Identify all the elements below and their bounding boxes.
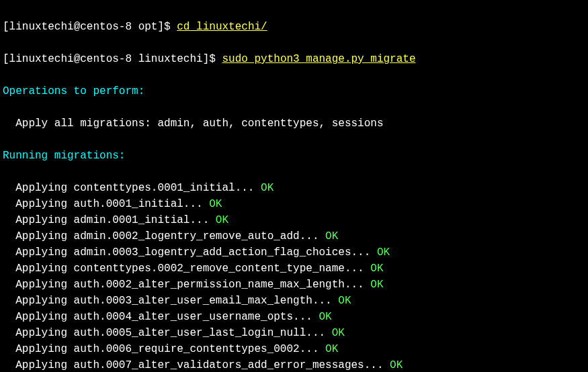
migration-line: Applying auth.0006_require_contenttypes_…: [3, 341, 585, 357]
migration-line: Applying auth.0005_alter_user_last_login…: [3, 325, 585, 341]
migration-status-ok: OK: [261, 182, 274, 194]
prompt-open: [: [3, 53, 9, 65]
migration-line: Applying auth.0007_alter_validators_add_…: [3, 357, 585, 372]
migration-status-ok: OK: [319, 311, 331, 323]
migration-status-ok: OK: [332, 327, 345, 339]
migration-status-ok: OK: [209, 198, 222, 210]
terminal-output: [linuxtechi@centos-8 opt]$ cd linuxtechi…: [3, 3, 585, 372]
migration-status-ok: OK: [216, 214, 228, 226]
command-cd: cd linuxtechi/: [177, 21, 267, 33]
migration-text: Applying auth.0004_alter_user_username_o…: [3, 311, 319, 323]
migration-line: Applying auth.0002_alter_permission_name…: [3, 277, 585, 293]
migration-text: Applying auth.0001_initial...: [3, 198, 209, 210]
running-header: Running migrations:: [3, 148, 585, 164]
migration-text: Applying auth.0007_alter_validators_add_…: [3, 359, 390, 371]
migration-status-ok: OK: [377, 246, 390, 259]
migration-text: Applying auth.0005_alter_user_last_login…: [3, 327, 332, 339]
prompt-line-2: [linuxtechi@centos-8 linuxtechi]$ sudo p…: [3, 51, 585, 67]
migration-line: Applying admin.0003_logentry_add_action_…: [3, 244, 585, 261]
prompt-userhost: linuxtechi@centos-8 opt: [9, 21, 158, 33]
migration-line: Applying auth.0003_alter_user_email_max_…: [3, 293, 585, 309]
apply-all-line: Apply all migrations: admin, auth, conte…: [3, 115, 585, 132]
migration-text: Applying admin.0003_logentry_add_action_…: [3, 246, 377, 259]
prompt-close: ]$: [203, 53, 222, 65]
operations-header: Operations to perform:: [3, 83, 585, 99]
migration-text: Applying admin.0001_initial...: [3, 214, 216, 226]
migration-text: Applying auth.0003_alter_user_email_max_…: [3, 295, 338, 307]
migration-status-ok: OK: [338, 295, 351, 307]
migration-text: Applying auth.0006_require_contenttypes_…: [3, 343, 325, 355]
migration-status-ok: OK: [390, 359, 403, 371]
migration-status-ok: OK: [370, 263, 383, 275]
migration-text: Applying contenttypes.0002_remove_conten…: [3, 263, 370, 275]
prompt-open: [: [3, 21, 9, 33]
migration-line: Applying admin.0001_initial... OK: [3, 212, 585, 228]
migration-line: Applying auth.0004_alter_user_username_o…: [3, 309, 585, 325]
migration-line: Applying contenttypes.0002_remove_conten…: [3, 261, 585, 277]
prompt-userhost: linuxtechi@centos-8 linuxtechi: [9, 53, 203, 65]
migration-text: Applying contenttypes.0001_initial...: [3, 182, 261, 194]
migration-status-ok: OK: [325, 230, 338, 242]
migration-line: Applying admin.0002_logentry_remove_auto…: [3, 228, 585, 244]
migration-text: Applying auth.0002_alter_permission_name…: [3, 279, 370, 291]
migration-status-ok: OK: [370, 279, 383, 291]
migration-line: Applying auth.0001_initial... OK: [3, 196, 585, 212]
migration-status-ok: OK: [325, 343, 338, 355]
migration-text: Applying admin.0002_logentry_remove_auto…: [3, 230, 325, 242]
migration-list: Applying contenttypes.0001_initial... OK…: [3, 180, 585, 372]
migration-line: Applying contenttypes.0001_initial... OK: [3, 180, 585, 196]
prompt-close: ]$: [157, 21, 177, 33]
prompt-line-1: [linuxtechi@centos-8 opt]$ cd linuxtechi…: [3, 19, 585, 35]
command-migrate: sudo python3 manage.py migrate: [222, 53, 415, 65]
